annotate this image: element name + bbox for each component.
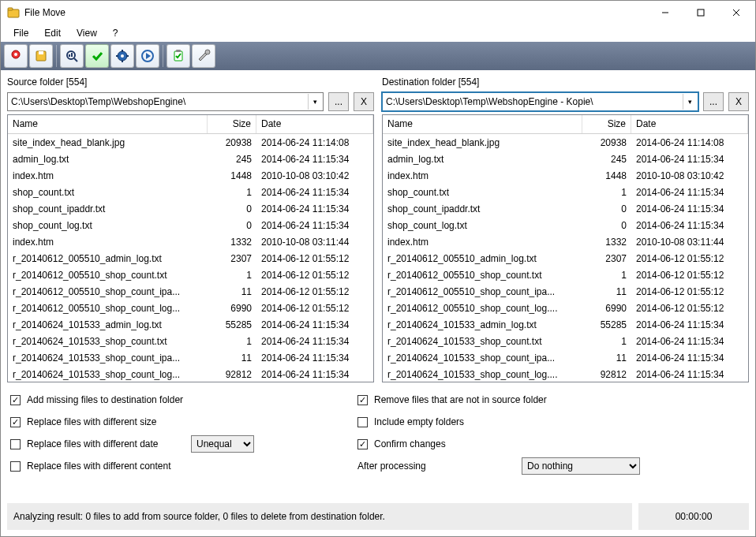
- minimize-button[interactable]: [647, 2, 683, 24]
- destination-path-combo[interactable]: ▾: [382, 92, 698, 111]
- menu-help[interactable]: ?: [105, 26, 126, 40]
- table-row[interactable]: r_20140624_101533_shop_count_ipa...11201…: [383, 349, 748, 366]
- cell-date: 2010-10-08 03:10:42: [631, 169, 748, 183]
- table-row[interactable]: r_20140624_101533_shop_count_log....9281…: [383, 366, 748, 382]
- chk-replace-date[interactable]: [10, 439, 21, 449]
- table-row[interactable]: site_index_head_blank.jpg209382014-06-24…: [383, 134, 748, 151]
- cell-size: 0: [582, 218, 631, 233]
- destination-panel: Destination folder [554] ▾ ... X Name Si…: [382, 75, 749, 382]
- svg-point-7: [14, 53, 17, 56]
- table-row[interactable]: index.htm14482010-10-08 03:10:42: [8, 167, 373, 184]
- menu-file[interactable]: File: [6, 26, 36, 40]
- cell-name: site_index_head_blank.jpg: [8, 136, 208, 150]
- table-row[interactable]: shop_count.txt12014-06-24 11:15:34: [8, 184, 373, 200]
- source-path-combo[interactable]: ▾: [7, 92, 324, 111]
- table-row[interactable]: r_20140624_101533_admin_log.txt552852014…: [8, 316, 373, 333]
- table-row[interactable]: shop_count_log.txt02014-06-24 11:15:34: [8, 217, 373, 233]
- col-date[interactable]: Date: [631, 115, 748, 133]
- toolbar-play-button[interactable]: [136, 44, 159, 68]
- table-row[interactable]: r_20140612_005510_shop_count.txt12014-06…: [383, 267, 748, 283]
- chevron-down-icon[interactable]: ▾: [308, 94, 322, 110]
- table-row[interactable]: shop_count_ipaddr.txt02014-06-24 11:15:3…: [383, 200, 748, 217]
- menu-view[interactable]: View: [69, 26, 105, 40]
- table-row[interactable]: r_20140612_005510_shop_count_log...69902…: [8, 300, 373, 316]
- cell-size: 20938: [582, 136, 631, 150]
- menu-edit[interactable]: Edit: [36, 26, 69, 40]
- select-after-processing[interactable]: Do nothing: [522, 457, 640, 475]
- table-row[interactable]: shop_count_ipaddr.txt02014-06-24 11:15:3…: [8, 200, 373, 217]
- table-row[interactable]: r_20140612_005510_shop_count_log....6990…: [383, 300, 748, 316]
- toolbar-apply-button[interactable]: [85, 44, 109, 68]
- table-row[interactable]: r_20140624_101533_admin_log.txt552852014…: [383, 316, 748, 333]
- table-row[interactable]: index.htm13322010-10-08 03:11:44: [383, 233, 748, 250]
- source-browse-button[interactable]: ...: [328, 92, 349, 111]
- table-row[interactable]: admin_log.txt2452014-06-24 11:15:34: [8, 151, 373, 167]
- destination-path-input[interactable]: [382, 92, 698, 111]
- chk-include-empty[interactable]: [357, 417, 368, 427]
- table-row[interactable]: shop_count_log.txt02014-06-24 11:15:34: [383, 217, 748, 233]
- source-listview[interactable]: Name Size Date site_index_head_blank.jpg…: [7, 114, 374, 382]
- source-panel: Source folder [554] ▾ ... X Name Size Da…: [7, 75, 374, 382]
- table-row[interactable]: r_20140612_005510_admin_log.txt23072014-…: [8, 250, 373, 267]
- chk-replace-content[interactable]: [10, 461, 21, 472]
- status-bar: Analyzing result: 0 files to add from so…: [1, 503, 755, 536]
- chk-confirm[interactable]: [357, 439, 368, 449]
- source-path-input[interactable]: [7, 92, 324, 111]
- table-row[interactable]: r_20140624_101533_shop_count_ipa...11201…: [8, 349, 373, 366]
- col-name[interactable]: Name: [383, 115, 582, 133]
- cell-date: 2014-06-24 11:15:34: [631, 218, 748, 233]
- cell-size: 11: [582, 351, 631, 365]
- toolbar-pin-button[interactable]: [4, 44, 28, 68]
- destination-listview[interactable]: Name Size Date site_index_head_blank.jpg…: [382, 114, 749, 382]
- table-row[interactable]: r_20140624_101533_shop_count.txt12014-06…: [383, 333, 748, 349]
- col-size[interactable]: Size: [208, 115, 256, 133]
- table-row[interactable]: site_index_head_blank.jpg209382014-06-24…: [8, 134, 373, 151]
- col-size[interactable]: Size: [582, 115, 631, 133]
- cell-date: 2014-06-12 01:55:12: [631, 268, 748, 282]
- cell-size: 1: [582, 268, 631, 282]
- cell-date: 2014-06-24 11:15:34: [631, 351, 748, 365]
- toolbar-gear-button[interactable]: [110, 44, 134, 68]
- table-row[interactable]: r_20140612_005510_shop_count_ipa...11201…: [383, 283, 748, 300]
- cell-name: r_20140624_101533_shop_count_log....: [383, 367, 582, 382]
- select-date-mode[interactable]: Unequal: [191, 435, 254, 453]
- menu-bar: File Edit View ?: [1, 24, 755, 42]
- table-row[interactable]: index.htm14482010-10-08 03:10:42: [383, 167, 748, 184]
- cell-size: 6990: [582, 301, 631, 315]
- chevron-down-icon[interactable]: ▾: [683, 94, 697, 110]
- chk-replace-size[interactable]: [10, 417, 21, 427]
- cell-size: 245: [582, 152, 631, 166]
- table-row[interactable]: index.htm13322010-10-08 03:11:44: [8, 233, 373, 250]
- cell-name: admin_log.txt: [8, 152, 208, 166]
- options-area: Add missing files to destination folder …: [7, 386, 749, 479]
- maximize-button[interactable]: [683, 2, 718, 24]
- table-row[interactable]: r_20140624_101533_shop_count.txt12014-06…: [8, 333, 373, 349]
- destination-clear-button[interactable]: X: [728, 92, 749, 111]
- toolbar-clipboard-button[interactable]: [167, 44, 190, 68]
- svg-rect-13: [71, 53, 73, 57]
- toolbar-save-button[interactable]: [29, 44, 53, 68]
- cell-name: r_20140624_101533_shop_count_log...: [8, 367, 208, 382]
- table-row[interactable]: r_20140612_005510_shop_count_ipa...11201…: [8, 283, 373, 300]
- cell-date: 2014-06-24 11:15:34: [256, 152, 373, 166]
- table-row[interactable]: r_20140612_005510_admin_log.txt23072014-…: [383, 250, 748, 267]
- cell-date: 2014-06-24 11:15:34: [256, 351, 373, 365]
- source-clear-button[interactable]: X: [354, 92, 374, 111]
- table-row[interactable]: shop_count.txt12014-06-24 11:15:34: [383, 184, 748, 200]
- chk-remove-notin[interactable]: [357, 395, 368, 405]
- cell-name: r_20140612_005510_shop_count_ipa...: [383, 285, 582, 299]
- table-row[interactable]: admin_log.txt2452014-06-24 11:15:34: [383, 151, 748, 167]
- col-name[interactable]: Name: [8, 115, 208, 133]
- table-row[interactable]: r_20140612_005510_shop_count.txt12014-06…: [8, 267, 373, 283]
- toolbar-settings-button[interactable]: [192, 44, 215, 68]
- close-button[interactable]: [718, 2, 754, 24]
- svg-rect-12: [69, 54, 70, 57]
- destination-browse-button[interactable]: ...: [703, 92, 724, 111]
- chk-add-missing[interactable]: [10, 395, 21, 405]
- cell-name: r_20140612_005510_shop_count.txt: [8, 268, 208, 282]
- lbl-confirm: Confirm changes: [374, 438, 446, 449]
- table-row[interactable]: r_20140624_101533_shop_count_log...92812…: [8, 366, 373, 382]
- toolbar-analyze-button[interactable]: [60, 44, 84, 68]
- cell-date: 2014-06-24 11:15:34: [256, 367, 373, 382]
- col-date[interactable]: Date: [256, 115, 373, 133]
